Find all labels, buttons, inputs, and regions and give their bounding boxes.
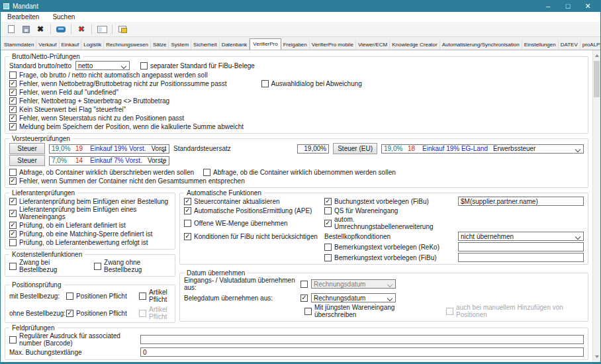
tab-proalpha[interactable]: proALPHA [580,40,600,50]
checkbox-container-uebernommen[interactable]: Abfrage, ob die Container wirklich übern… [203,169,396,176]
tab-verifierpro-mobile[interactable]: VerifierPro mobile [310,40,356,50]
checkbox-konditionen-fibu[interactable]: Konditionen für FiBu nicht berücksichtig… [184,233,320,240]
maximize-button[interactable]: □ [558,1,578,12]
steuer-button-2[interactable]: Steuer [9,155,45,166]
checkbox-qs-wareneingang[interactable]: QS für Wareneingang [324,207,454,214]
tax-combo-7[interactable]: 7,0% 14 Einkauf 7% Vorst. Vorste [49,156,169,165]
checkbox-box[interactable] [9,263,17,270]
checkbox-bemerkungstext-reko[interactable]: Bemerkungstext vorbelegen (ReKo) [324,244,454,251]
checkbox-lieferant-definiert[interactable]: Prüfung, ob ein Lieferant definiert ist [9,222,126,229]
scrollbar-thumb[interactable] [594,61,600,97]
checkbox-steuerstatus[interactable]: Fehler, wenn Steuerstatus nicht zu den P… [9,114,184,122]
checkbox-frage-brutto-netto[interactable]: Frage, ob brutto / netto nicht automatis… [9,71,208,79]
checkbox-box[interactable] [324,254,332,261]
tab-verkauf[interactable]: Verkauf [36,40,59,50]
tax-combo-eu[interactable]: 19,0% 18 Einkauf 19% EG-Land Erwerbssteu… [381,144,584,154]
minimize-button[interactable]: – [538,1,558,12]
checkbox-auswahldialog[interactable]: Auswahldialog bei Abweichung [261,80,362,87]
checkbox-positionen-pflicht-mit[interactable]: Positionen Pflicht [66,293,139,300]
bestellkopfkonditionen-select[interactable]: nicht übernehmen [458,232,584,241]
tab-datenbank[interactable]: Datenbank [220,40,250,50]
scroll-up-arrow[interactable] [593,52,600,60]
checkbox-juengster-wareneingang[interactable]: Mit jüngsten Wareneingang überschreiben [304,304,428,318]
checkbox-box[interactable] [184,198,191,205]
tab-knowledge-creator[interactable]: Knowledge Creator [390,40,439,50]
standard-bruttonetto-select[interactable]: netto [75,61,130,70]
vehicle-button[interactable] [54,23,68,35]
checkbox-box[interactable] [140,62,148,69]
checkbox-positionen-pflicht-ohne[interactable]: Positionen Pflicht [66,310,139,317]
steuer-eu-button[interactable]: Steuer (EU) [333,143,377,154]
save-button[interactable] [19,23,33,35]
checkbox-zwang-bei-bestellbezug[interactable]: Zwang bei Bestellbezug [9,259,81,273]
tab-einkauf[interactable]: Einkauf [60,40,82,50]
tab-sicherheit[interactable]: Sicherheit [191,40,220,50]
checkbox-belegdatum[interactable] [300,295,308,302]
checkbox-box[interactable] [184,233,191,240]
menu-suchen[interactable]: Suchen [51,13,76,21]
bemerkungstext-reko-input[interactable] [458,242,584,251]
steuer-button-1[interactable]: Steuer [9,143,45,154]
card-view-button[interactable] [95,23,109,35]
checkbox-box[interactable] [9,114,17,122]
regex-barcode-input[interactable] [140,335,584,344]
cancel-button[interactable]: ✖ [74,23,89,35]
tab-stammdaten[interactable]: Stammdaten [2,40,36,50]
checkbox-matching-sperre[interactable]: Prüfung, ob eine Matching-Sperre definie… [9,230,152,238]
standardsteuersatz-value[interactable]: 19,00% [297,144,329,154]
checkbox-box[interactable] [9,80,17,87]
checkbox-box[interactable] [324,198,332,205]
checkbox-box[interactable] [324,244,332,251]
menu-bearbeiten[interactable]: Bearbeiten [6,13,40,21]
checkbox-offene-we-menge[interactable]: Offene WE-Menge übernehmen [184,220,320,227]
checkbox-box[interactable] [324,207,332,214]
checkbox-steuercontainer[interactable]: Steuercontainer aktualisieren [184,198,320,205]
tab-verifierpro[interactable]: VerifierPro [250,38,281,50]
checkbox-lieferantenbewertung[interactable]: Prüfung, ob Lieferantenbewertung erfolgt… [9,239,148,246]
checkbox-lieferant-wareneingang[interactable]: Lieferantenprüfung beim Einfügen eines W… [9,206,171,220]
checkbox-ape[interactable]: Automatische PositionsErmittlung (APE) [184,207,320,214]
checkbox-box[interactable] [9,230,17,238]
tab-viewer-ecm[interactable]: Viewer/ECM [356,40,390,50]
checkbox-meldung-speichern[interactable]: Meldung beim Speichern der Position, wen… [9,123,244,130]
tab-logistik[interactable]: Logistik [81,40,104,50]
buchungstext-input[interactable]: $M(supplier.partner.name) [458,197,584,206]
tab-einstellungen[interactable]: Einstellungen [522,40,559,50]
checkbox-box[interactable] [261,80,269,87]
checkbox-box[interactable] [9,198,17,205]
checkbox-regex-barcode[interactable] [9,336,17,343]
checkbox-bemerkungstext-fibu[interactable]: Bemerkungstext vorbelegen (FiBu) [324,254,454,261]
checkbox-umrechnungstabelle[interactable]: autom. Umrechnungstabellenerweiterung [324,216,454,230]
checkbox-box[interactable] [9,71,17,79]
tab-freigaben[interactable]: Freigaben [281,40,310,50]
checkbox-box[interactable] [9,89,17,96]
tab-rechnungswesen[interactable]: Rechnungswesen [104,40,151,50]
tax-combo-19[interactable]: 19,0% 19 Einkauf 19% Vorst. Vorst [49,144,169,154]
bemerkungstext-fibu-input[interactable] [458,253,584,262]
checkbox-box[interactable] [66,293,73,300]
checkbox-box[interactable] [9,177,17,185]
checkbox-box[interactable] [9,106,17,113]
checkbox-container-ueberschreiben[interactable]: Abfrage, ob Container wirklich überschri… [9,169,194,176]
checkbox-lieferant-bestellung[interactable]: Lieferantenprüfung beim Einfügen einer B… [9,198,168,205]
tab-system[interactable]: System [169,40,191,50]
tab-automatisierung[interactable]: Automatisierung/Synchronisation [440,40,522,50]
checkbox-buchungstext-fibu[interactable]: Buchungstext vorbelegen (FiBu) [324,198,454,205]
checkbox-box[interactable] [304,308,312,315]
max-buchungstextlaenge-input[interactable]: 0 [140,347,584,357]
close-button[interactable]: ✕ [578,1,598,12]
scroll-down-arrow[interactable] [593,353,600,361]
tab-saetze[interactable]: Sätze [151,40,169,50]
checkbox-box[interactable] [94,263,101,270]
checkbox-box[interactable] [9,169,17,176]
checkbox-box[interactable] [184,207,191,214]
checkbox-summen-container[interactable]: Fehler, wenn Summen der Container nicht … [9,177,245,185]
checkbox-artikel-pflicht-mit[interactable]: Artikel Pflicht [139,289,171,303]
checkbox-eingangsdatum[interactable] [300,281,308,288]
delete-button[interactable]: ✖ [33,23,48,35]
checkbox-fehler-positionssumme[interactable]: Fehler, wenn Nettobetrag/Bruttobetrag ni… [9,80,227,87]
checkbox-kein-steuerwert[interactable]: Kein Steuerwert bei Flag "steuerfrei" [9,106,126,113]
checkbox-netto-plus-steuer[interactable]: Fehler, Nettobetrag + Steuerbetrag <> Br… [9,97,169,105]
checkbox-box[interactable] [9,210,17,217]
belegdatum-select[interactable]: Rechnungsdatum [311,293,396,302]
